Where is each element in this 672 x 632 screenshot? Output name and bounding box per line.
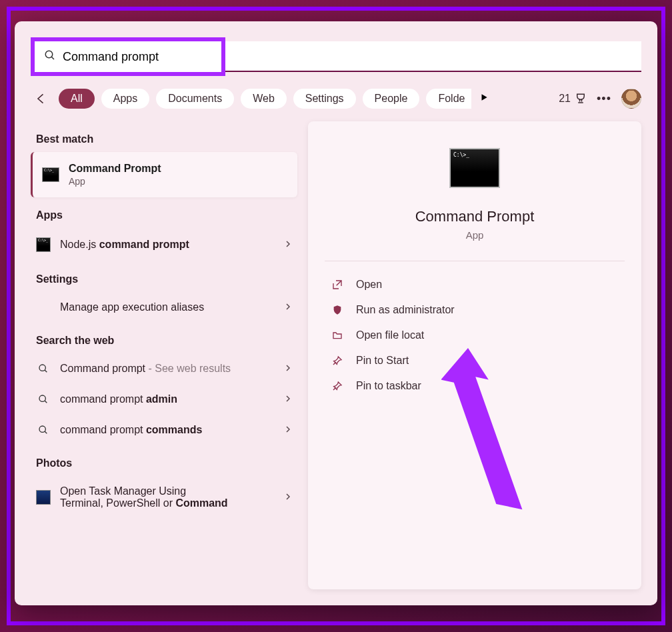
- action-label: Run as administrator: [356, 304, 455, 316]
- svg-line-5: [45, 401, 47, 403]
- rewards-icon: [575, 93, 587, 105]
- user-avatar[interactable]: [621, 89, 641, 109]
- photo-result-0[interactable]: Open Task Manager Using Terminal, PowerS…: [31, 476, 297, 519]
- action-label: Open file locat: [356, 329, 424, 341]
- action-label: Pin to taskbar: [356, 380, 421, 392]
- search-icon: [44, 49, 56, 64]
- rewards-points[interactable]: 21: [559, 93, 587, 105]
- pin-icon: [331, 355, 344, 366]
- search-icon: [36, 363, 51, 374]
- nodejs-prompt-icon: [36, 237, 51, 252]
- search-bar-row: [15, 21, 657, 76]
- preview-panel: Command Prompt App Open Run as administr…: [308, 121, 641, 589]
- svg-point-0: [45, 51, 53, 58]
- photos-header: Photos: [36, 457, 292, 469]
- filter-web[interactable]: Web: [241, 89, 287, 109]
- web-header: Search the web: [36, 335, 292, 347]
- pin-icon: [331, 381, 344, 391]
- setting-result-aliases[interactable]: Manage app execution aliases: [31, 292, 297, 323]
- search-highlight-annotation: [31, 37, 225, 76]
- filter-overflow-icon[interactable]: [479, 93, 489, 105]
- chevron-right-icon: [284, 239, 292, 251]
- filter-all[interactable]: All: [59, 89, 95, 109]
- chevron-right-icon: [284, 393, 292, 405]
- action-open[interactable]: Open: [328, 272, 621, 297]
- app-result-nodejs[interactable]: Node.js command prompt: [31, 228, 297, 261]
- svg-line-7: [45, 431, 47, 433]
- filter-row: All Apps Documents Web Settings People F…: [15, 76, 657, 115]
- search-input-container[interactable]: [35, 41, 221, 72]
- filter-settings[interactable]: Settings: [293, 89, 356, 109]
- best-match-subtitle: App: [69, 176, 161, 187]
- web-result-2[interactable]: command prompt commands: [31, 415, 297, 445]
- chevron-right-icon: [284, 301, 292, 313]
- svg-line-1: [51, 57, 54, 59]
- filter-people[interactable]: People: [363, 89, 420, 109]
- action-run-as-admin[interactable]: Run as administrator: [328, 297, 621, 323]
- command-prompt-large-icon: [449, 148, 500, 188]
- preview-divider: [325, 261, 625, 261]
- rewards-count: 21: [559, 93, 571, 105]
- back-button[interactable]: [31, 88, 52, 109]
- filter-apps[interactable]: Apps: [101, 89, 149, 109]
- svg-point-6: [39, 426, 45, 432]
- action-pin-to-taskbar[interactable]: Pin to taskbar: [328, 373, 621, 399]
- best-match-result[interactable]: Command Prompt App: [31, 152, 297, 197]
- search-bar-extension[interactable]: [225, 41, 641, 72]
- action-label: Open: [356, 279, 382, 291]
- best-match-title: Command Prompt: [69, 163, 161, 175]
- best-match-header: Best match: [36, 133, 292, 145]
- more-button[interactable]: •••: [593, 92, 615, 106]
- windows-search-panel: All Apps Documents Web Settings People F…: [15, 21, 657, 605]
- photo-thumbnail-icon: [36, 490, 51, 505]
- preview-subtitle: App: [328, 229, 621, 241]
- web-result-1[interactable]: command prompt admin: [31, 384, 297, 415]
- svg-point-4: [39, 395, 45, 401]
- search-icon: [36, 394, 51, 405]
- results-column: Best match Command Prompt App Apps Node.…: [31, 121, 297, 589]
- outer-annotation-frame: All Apps Documents Web Settings People F…: [7, 7, 665, 625]
- search-input[interactable]: [63, 50, 217, 64]
- chevron-right-icon: [284, 424, 292, 436]
- web-result-0[interactable]: Command prompt - See web results: [31, 353, 297, 384]
- chevron-right-icon: [284, 363, 292, 375]
- action-pin-to-start[interactable]: Pin to Start: [328, 348, 621, 373]
- command-prompt-icon: [42, 167, 59, 182]
- filter-folders[interactable]: Folde: [426, 89, 471, 109]
- shield-icon: [331, 305, 344, 315]
- preview-title: Command Prompt: [328, 208, 621, 225]
- action-open-file-location[interactable]: Open file locat: [328, 323, 621, 348]
- svg-point-2: [39, 365, 45, 371]
- action-label: Pin to Start: [356, 355, 409, 367]
- filter-documents[interactable]: Documents: [156, 89, 234, 109]
- svg-line-3: [45, 370, 47, 372]
- chevron-right-icon: [284, 491, 292, 503]
- main-area: Best match Command Prompt App Apps Node.…: [15, 115, 657, 605]
- apps-header: Apps: [36, 209, 292, 221]
- settings-header: Settings: [36, 273, 292, 285]
- search-icon: [36, 425, 51, 435]
- open-icon: [331, 279, 344, 290]
- folder-icon: [331, 330, 344, 341]
